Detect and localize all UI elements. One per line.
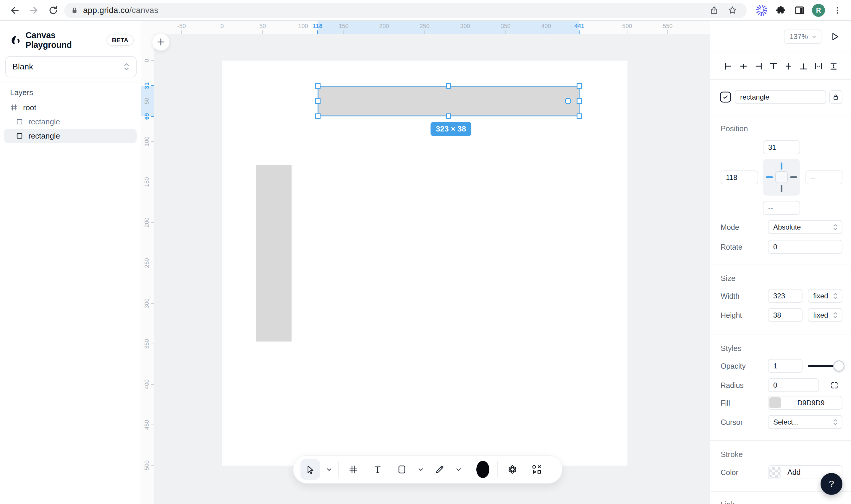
width-input[interactable]: [768, 289, 802, 303]
anchor-center-box[interactable]: [775, 172, 788, 183]
opacity-input[interactable]: [768, 359, 802, 373]
align-top-button[interactable]: [769, 62, 778, 71]
layer-row-rectangle-2[interactable]: rectangle: [4, 129, 137, 143]
ruler-tick: [262, 31, 263, 34]
template-select[interactable]: Blank: [5, 56, 137, 77]
height-mode-select[interactable]: fixed: [808, 308, 843, 322]
browser-forward-button[interactable]: [25, 2, 42, 19]
selection-handle-s[interactable]: [446, 113, 451, 119]
layers-tree: root rectangle rectangle: [4, 101, 137, 143]
selection-handle-e[interactable]: [577, 98, 582, 104]
layer-row-rectangle-1[interactable]: rectangle: [4, 115, 137, 129]
selection-handle-se[interactable]: [577, 113, 582, 119]
opacity-slider[interactable]: [808, 363, 843, 369]
fill-color-swatch[interactable]: [769, 397, 781, 408]
sidebar-divider: [0, 82, 141, 83]
beta-badge: BETA: [106, 35, 134, 46]
width-mode-select[interactable]: fixed: [808, 289, 843, 303]
ruler-label: 50: [259, 23, 266, 30]
text-tool-button[interactable]: [368, 459, 387, 480]
add-node-button[interactable]: [152, 33, 170, 51]
corner-radius-handle[interactable]: [565, 98, 571, 104]
share-button[interactable]: [708, 4, 720, 17]
ruler-tick: [151, 85, 154, 86]
anchor-top-bar[interactable]: [781, 162, 782, 169]
node-active-checkbox[interactable]: [720, 92, 731, 103]
selection-handle-n[interactable]: [446, 83, 451, 89]
anchor-bottom-bar[interactable]: [781, 185, 782, 192]
position-right-input[interactable]: [805, 170, 843, 184]
position-bottom-input[interactable]: [763, 201, 800, 215]
radius-per-corner-button[interactable]: [828, 379, 841, 392]
ruler-label: 0: [220, 23, 224, 30]
align-bottom-button[interactable]: [799, 62, 808, 71]
selection-handle-ne[interactable]: [577, 83, 582, 89]
brush-color-button[interactable]: [473, 459, 493, 480]
distribute-vertical-button[interactable]: [829, 62, 838, 71]
shape-tool-menu-button[interactable]: [416, 459, 425, 480]
ruler-label: 200: [379, 23, 389, 30]
radius-label: Radius: [720, 381, 744, 390]
layer-row-root[interactable]: root: [4, 101, 137, 115]
canvas-viewport[interactable]: 323 × 38 -500501001502002503003504005005…: [141, 21, 710, 504]
browser-refresh-button[interactable]: [45, 2, 62, 19]
cursor-tool-menu-button[interactable]: [325, 459, 333, 480]
canvas-shape-rectangle[interactable]: [256, 165, 292, 342]
shape-tool-button[interactable]: [392, 459, 412, 480]
help-button[interactable]: ?: [820, 473, 843, 495]
browser-menu-button[interactable]: [831, 4, 844, 17]
align-horizontal-center-button[interactable]: [739, 62, 748, 71]
position-anchor-widget[interactable]: [763, 159, 800, 196]
game-shapes-icon: [531, 464, 542, 475]
browser-profile-avatar[interactable]: R: [812, 4, 825, 17]
extensions-button[interactable]: [774, 4, 787, 17]
lock-button[interactable]: [829, 90, 843, 104]
cursor-label: Cursor: [720, 418, 743, 427]
node-name-input[interactable]: [735, 90, 826, 104]
position-left-input[interactable]: [720, 170, 758, 184]
ruler-tick: [151, 116, 154, 117]
align-left-button[interactable]: [724, 62, 733, 71]
pen-tool-button[interactable]: [430, 459, 449, 480]
align-horizontal-center-icon: [739, 62, 748, 71]
position-top-input[interactable]: [763, 140, 800, 154]
anchor-left-bar[interactable]: [766, 176, 773, 178]
radius-input[interactable]: [768, 378, 819, 392]
anchor-right-bar[interactable]: [790, 176, 797, 178]
ruler-tick: [151, 60, 154, 61]
align-right-button[interactable]: [754, 62, 763, 71]
align-vertical-center-button[interactable]: [784, 62, 793, 71]
toolbar-divider: [497, 462, 498, 478]
cursor-tool-button[interactable]: [300, 459, 320, 480]
opacity-slider-knob[interactable]: [833, 360, 845, 372]
pinned-extension-button[interactable]: [755, 4, 768, 17]
pen-tool-menu-button[interactable]: [454, 459, 463, 480]
play-button[interactable]: [830, 32, 840, 42]
horizontal-ruler[interactable]: -50050100150200250300350400500550118441: [141, 21, 710, 34]
frame-tool-button[interactable]: [344, 459, 363, 480]
ruler-label: 50: [143, 98, 150, 104]
selection-handle-sw[interactable]: [315, 113, 320, 119]
address-bar[interactable]: app.grida.co/canvas: [64, 3, 747, 18]
vertical-ruler[interactable]: 0501001502002503003504004505003169: [141, 21, 154, 504]
browser-back-button[interactable]: [6, 2, 23, 19]
mode-select[interactable]: Absolute: [768, 220, 843, 234]
bookmark-button[interactable]: [726, 4, 739, 17]
height-input[interactable]: [768, 308, 802, 322]
playground-widgets-button[interactable]: [527, 459, 546, 480]
ruler-label: 300: [143, 299, 150, 308]
ruler-tick: [424, 31, 425, 34]
mode-select-value: Absolute: [773, 223, 833, 231]
selection-handle-nw[interactable]: [315, 83, 320, 89]
ai-assistant-button[interactable]: [503, 459, 522, 480]
side-panel-button[interactable]: [793, 4, 806, 17]
cursor-select[interactable]: Select...: [768, 415, 843, 429]
rotate-input[interactable]: [768, 240, 843, 254]
selection-handle-w[interactable]: [315, 98, 320, 104]
selected-shape-rectangle[interactable]: [317, 86, 579, 116]
layers-heading: Layers: [10, 88, 33, 97]
fill-control[interactable]: D9D9D9: [768, 396, 843, 410]
distribute-horizontal-button[interactable]: [814, 62, 823, 71]
zoom-select[interactable]: 137%: [784, 30, 821, 44]
cursor-select-value: Select...: [773, 418, 833, 426]
